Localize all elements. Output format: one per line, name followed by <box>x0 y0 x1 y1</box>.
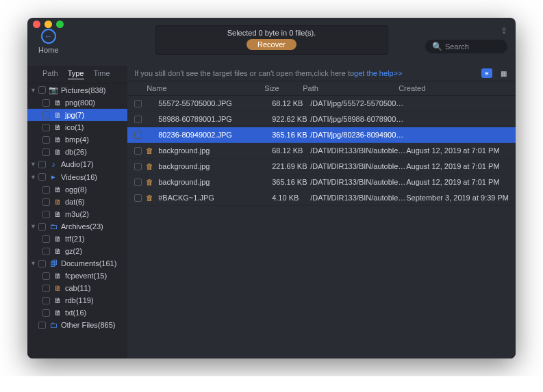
checkbox[interactable] <box>38 161 46 168</box>
category-label: Archives(23) <box>61 222 103 231</box>
tree-item[interactable]: 🗎fcpevent(15) <box>27 270 127 282</box>
checkbox[interactable] <box>42 211 50 218</box>
right-tools: ⇪ 🔍 Search <box>425 26 507 53</box>
category-icon: ♪ <box>49 160 58 168</box>
item-label: rdb(119) <box>65 296 94 304</box>
tree-category[interactable]: ▼♪Audio(17) <box>27 158 127 170</box>
sidebar: Path Type Time ▼📷Pictures(838)🗎png(800)🗎… <box>27 66 127 358</box>
search-input[interactable]: 🔍 Search <box>425 40 507 53</box>
file-created: August 12, 2019 at 7:01 PM <box>406 146 509 155</box>
checkbox[interactable] <box>134 100 142 107</box>
checkbox[interactable] <box>38 86 46 94</box>
checkbox[interactable] <box>42 248 50 255</box>
tree-item[interactable]: 🗎dat(6) <box>27 196 127 208</box>
tab-type[interactable]: Type <box>68 69 84 79</box>
checkbox[interactable] <box>134 147 142 155</box>
list-view-icon[interactable]: ≡ <box>481 68 492 78</box>
tab-path[interactable]: Path <box>42 69 58 79</box>
file-size: 365.16 KB <box>272 131 310 139</box>
tree-category[interactable]: ▼📷Pictures(838) <box>27 83 127 96</box>
table-row[interactable]: 🗑background.jpg68.12 KB/DATI/DIR133/BIN/… <box>127 143 516 159</box>
item-label: db(26) <box>65 148 87 156</box>
home-button[interactable]: ← Home <box>38 29 58 54</box>
table-row[interactable]: 58988-60789001.JPG922.62 KB/DATI/jpg/589… <box>127 112 516 127</box>
checkbox[interactable] <box>42 309 50 317</box>
checkbox[interactable] <box>134 163 142 170</box>
recover-button[interactable]: Recover <box>247 39 296 50</box>
chevron-down-icon: ▼ <box>30 223 36 230</box>
category-label: Audio(17) <box>61 160 94 168</box>
tree-item[interactable]: 🗎png(800) <box>27 96 127 109</box>
category-label: Pictures(838) <box>61 86 105 94</box>
file-icon: 🗎 <box>53 185 62 194</box>
file-icon: 🗎 <box>53 123 62 131</box>
checkbox[interactable] <box>42 198 50 206</box>
tree-category[interactable]: ▼🗀Archives(23) <box>27 220 127 233</box>
item-label: fcpevent(15) <box>65 272 107 280</box>
checkbox[interactable] <box>42 112 50 119</box>
tree-item[interactable]: 🗎cab(11) <box>27 282 127 294</box>
checkbox[interactable] <box>42 148 50 156</box>
tree-category[interactable]: ▼▸Videos(16) <box>27 170 127 183</box>
table-row[interactable]: 80236-80949002.JPG365.16 KB/DATI/jpg/802… <box>127 127 516 143</box>
checkbox[interactable] <box>42 235 50 243</box>
checkbox[interactable] <box>42 99 50 107</box>
checkbox[interactable] <box>134 179 142 186</box>
tree-item[interactable]: 🗎m3u(2) <box>27 208 127 220</box>
file-path: /DATI/DIR133/BIN/autobleem/THEM... <box>310 162 406 170</box>
col-name[interactable]: Name <box>147 84 264 92</box>
file-icon: 🗎 <box>53 111 62 119</box>
trash-icon: 🗑 <box>146 146 155 155</box>
checkbox[interactable] <box>38 223 46 231</box>
table-row[interactable]: 🗑#BACKG~1.JPG4.10 KB/DATI/DIR133/BIN/aut… <box>127 190 516 206</box>
file-size: 68.12 KB <box>272 99 310 107</box>
status-box: Selected 0 byte in 0 file(s). Recover <box>155 25 388 55</box>
checkbox[interactable] <box>134 131 142 139</box>
file-rows: 55572-55705000.JPG68.12 KB/DATI/jpg/5557… <box>127 96 516 358</box>
tree-item[interactable]: 🗎bmp(4) <box>27 133 127 146</box>
search-placeholder: Search <box>445 42 469 51</box>
table-row[interactable]: 🗑background.jpg365.16 KB/DATI/DIR133/BIN… <box>127 174 516 190</box>
tab-time[interactable]: Time <box>94 69 110 79</box>
col-path[interactable]: Path <box>303 84 399 92</box>
checkbox[interactable] <box>42 124 50 131</box>
tree-item[interactable]: 🗎ico(1) <box>27 121 127 133</box>
help-link[interactable]: get the help>> <box>354 69 402 77</box>
tree-item[interactable]: 🗎gz(2) <box>27 245 127 257</box>
file-created: August 12, 2019 at 7:01 PM <box>406 178 509 186</box>
main-panel: If you still don't see the target files … <box>127 66 516 358</box>
checkbox[interactable] <box>42 186 50 194</box>
checkbox[interactable] <box>42 285 50 292</box>
item-label: ogg(8) <box>65 185 87 194</box>
tree-item[interactable]: 🗎ogg(8) <box>27 183 127 196</box>
col-created[interactable]: Created <box>399 84 509 92</box>
grid-view-icon[interactable]: ▦ <box>498 68 509 78</box>
category-icon: 🗀 <box>49 222 58 231</box>
file-icon: 🗎 <box>53 210 62 218</box>
tree-item[interactable]: 🗎ttf(21) <box>27 233 127 245</box>
tree-item[interactable]: 🗎jpg(7) <box>27 109 127 121</box>
checkbox[interactable] <box>38 260 46 267</box>
table-row[interactable]: 55572-55705000.JPG68.12 KB/DATI/jpg/5557… <box>127 96 516 112</box>
checkbox[interactable] <box>134 194 142 202</box>
tree-item[interactable]: 🗎db(26) <box>27 146 127 158</box>
file-size: 68.12 KB <box>272 146 310 155</box>
category-label: Videos(16) <box>61 173 97 181</box>
share-icon[interactable]: ⇪ <box>501 26 507 36</box>
checkbox[interactable] <box>38 173 46 181</box>
tree-item[interactable]: 🗎txt(16) <box>27 306 127 319</box>
tree-item[interactable]: 🗎rdb(119) <box>27 294 127 306</box>
checkbox[interactable] <box>134 116 142 123</box>
tree-category[interactable]: 🗀Other Files(865) <box>27 319 127 331</box>
checkbox[interactable] <box>42 297 50 304</box>
table-row[interactable]: 🗑background.jpg221.69 KB/DATI/DIR133/BIN… <box>127 159 516 174</box>
file-icon: 🗎 <box>53 198 62 206</box>
checkbox[interactable] <box>38 322 46 329</box>
file-path: /DATI/jpg/80236-80949002.JPG <box>310 131 406 139</box>
col-size[interactable]: Size <box>264 84 303 92</box>
tree-category[interactable]: ▼🗐Documents(161) <box>27 257 127 270</box>
column-headers: Name Size Path Created <box>127 81 516 96</box>
checkbox[interactable] <box>42 272 50 280</box>
checkbox[interactable] <box>42 136 50 144</box>
file-name: background.jpg <box>158 146 272 155</box>
